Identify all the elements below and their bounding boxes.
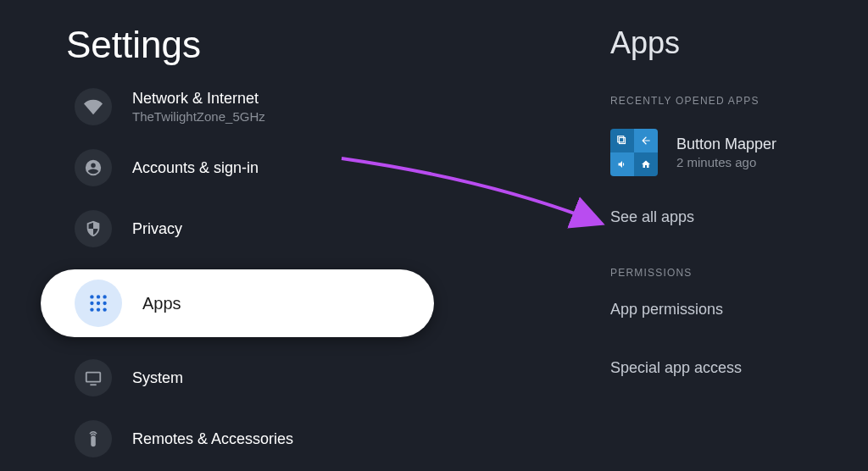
svg-point-3 bbox=[90, 302, 93, 305]
svg-point-2 bbox=[103, 295, 106, 298]
menu-item-accounts[interactable]: Accounts & sign-in bbox=[0, 147, 475, 188]
menu-item-label: System bbox=[132, 369, 183, 387]
shield-icon bbox=[75, 210, 112, 247]
menu-item-subtitle: TheTwilightZone_5GHz bbox=[132, 109, 265, 124]
apps-icon bbox=[75, 280, 122, 327]
settings-panel: Settings Network & Internet TheTwilightZ… bbox=[0, 0, 475, 471]
menu-item-label: Network & Internet bbox=[132, 90, 265, 108]
menu-item-system[interactable]: System bbox=[0, 357, 475, 398]
svg-rect-9 bbox=[86, 373, 101, 382]
settings-menu: Network & Internet TheTwilightZone_5GHz … bbox=[0, 86, 475, 459]
recent-app-name: Button Mapper bbox=[676, 136, 776, 153]
menu-item-label: Remotes & Accessories bbox=[132, 430, 293, 448]
menu-item-apps[interactable]: Apps bbox=[41, 269, 434, 337]
menu-item-label: Apps bbox=[142, 294, 181, 313]
system-icon bbox=[75, 359, 112, 396]
svg-rect-11 bbox=[91, 435, 96, 446]
special-access-link[interactable]: Special app access bbox=[610, 359, 865, 377]
menu-item-remotes[interactable]: Remotes & Accessories bbox=[0, 418, 475, 459]
svg-point-5 bbox=[103, 302, 106, 305]
account-icon bbox=[75, 149, 112, 186]
menu-item-network[interactable]: Network & Internet TheTwilightZone_5GHz bbox=[0, 86, 475, 127]
see-all-apps-link[interactable]: See all apps bbox=[610, 208, 865, 226]
svg-point-1 bbox=[97, 295, 100, 298]
svg-point-7 bbox=[97, 308, 100, 311]
wifi-icon bbox=[75, 88, 112, 125]
menu-item-label: Accounts & sign-in bbox=[132, 159, 259, 177]
app-permissions-link[interactable]: App permissions bbox=[610, 301, 865, 319]
svg-rect-12 bbox=[620, 138, 626, 144]
menu-item-privacy[interactable]: Privacy bbox=[0, 208, 475, 249]
recent-app-row[interactable]: Button Mapper 2 minutes ago bbox=[610, 129, 865, 176]
apps-panel-title: Apps bbox=[610, 25, 865, 61]
remote-icon bbox=[75, 420, 112, 457]
section-recent-apps: RECENTLY OPENED APPS bbox=[610, 95, 865, 107]
recent-app-time: 2 minutes ago bbox=[676, 155, 776, 169]
svg-point-4 bbox=[97, 302, 100, 305]
menu-item-label: Privacy bbox=[132, 220, 182, 238]
svg-point-6 bbox=[90, 308, 93, 311]
app-icon-button-mapper bbox=[610, 129, 658, 176]
section-permissions: PERMISSIONS bbox=[610, 267, 865, 279]
settings-title: Settings bbox=[66, 24, 475, 66]
svg-point-8 bbox=[103, 308, 106, 311]
svg-rect-13 bbox=[618, 136, 624, 142]
apps-panel: Apps RECENTLY OPENED APPS Button Mapper … bbox=[610, 0, 865, 471]
svg-point-0 bbox=[90, 295, 93, 298]
